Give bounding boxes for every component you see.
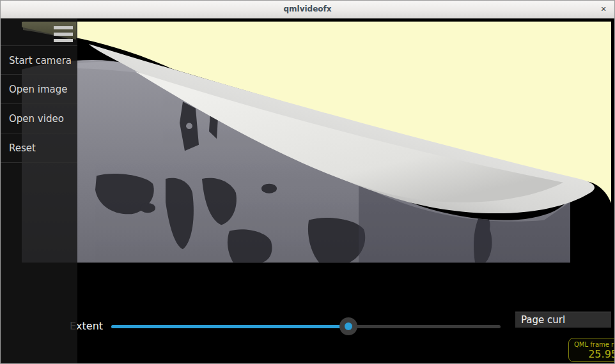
fps-value: 25.95 <box>574 348 615 360</box>
sidebar-item-start-camera[interactable]: Start camera <box>1 45 77 75</box>
slider-handle[interactable] <box>339 317 357 335</box>
window-title: qmlvideofx <box>1 4 614 13</box>
close-button[interactable]: ✕ <box>598 4 609 15</box>
sidebar-item-reset[interactable]: Reset <box>1 133 77 163</box>
slider-handle-dot <box>345 322 352 330</box>
app-window: Extent Page curl QML frame r… 25.95 Star… <box>0 0 615 364</box>
fps-label: QML frame r… <box>574 341 615 348</box>
sidebar-menu: Start camera Open image Open video Reset <box>1 45 77 163</box>
titlebar: qmlvideofx ✕ <box>1 1 614 19</box>
slider-fill <box>111 325 348 328</box>
sidebar-item-open-image[interactable]: Open image <box>1 75 77 104</box>
menu-icon[interactable] <box>54 26 73 42</box>
fps-indicator: QML frame r… 25.95 <box>568 338 615 362</box>
sidebar-item-open-video[interactable]: Open video <box>1 104 77 133</box>
sidebar: Start camera Open image Open video Reset <box>1 19 77 364</box>
effect-selector-button[interactable]: Page curl <box>515 312 611 328</box>
extent-slider[interactable] <box>111 325 501 328</box>
